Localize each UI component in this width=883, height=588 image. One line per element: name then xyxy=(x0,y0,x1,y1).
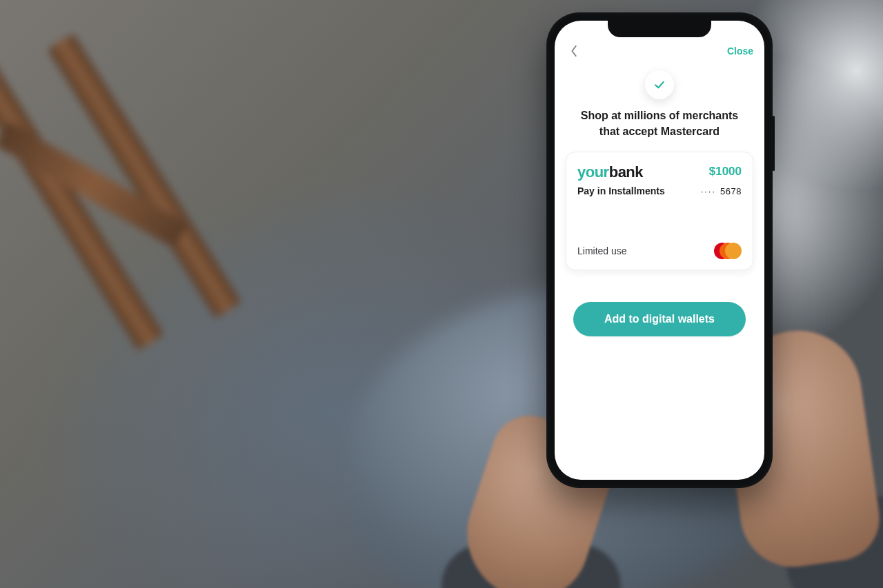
add-to-wallets-button[interactable]: Add to digital wallets xyxy=(573,302,746,336)
bank-logo-suffix: bank xyxy=(609,163,643,181)
card-amount: $1000 xyxy=(709,165,742,179)
background-stool xyxy=(0,0,295,405)
phone-screen: Close Shop at millions of merchants that… xyxy=(555,21,764,480)
virtual-card[interactable]: yourbank $1000 Pay in Installments ····5… xyxy=(566,152,753,270)
card-last4-digits: 5678 xyxy=(720,186,742,196)
card-last4: ····5678 xyxy=(701,186,742,196)
close-button[interactable]: Close xyxy=(727,45,753,57)
app-root: Close Shop at millions of merchants that… xyxy=(555,21,764,480)
mastercard-icon xyxy=(714,242,742,260)
bank-logo: yourbank xyxy=(577,165,643,180)
headline-text: Shop at millions of merchants that accep… xyxy=(566,108,753,139)
card-masked-dots: ···· xyxy=(701,186,716,196)
chevron-left-icon xyxy=(570,45,578,57)
phone-notch xyxy=(608,21,711,37)
success-badge xyxy=(645,70,674,99)
checkmark-icon xyxy=(653,78,666,92)
scene-background: Close Shop at millions of merchants that… xyxy=(0,0,883,588)
phone-frame: Close Shop at millions of merchants that… xyxy=(546,12,773,488)
card-subtitle: Pay in Installments xyxy=(577,185,665,196)
card-limited-label: Limited use xyxy=(577,245,627,256)
back-button[interactable] xyxy=(566,43,582,59)
bank-logo-prefix: your xyxy=(577,163,609,181)
topbar: Close xyxy=(566,41,753,61)
